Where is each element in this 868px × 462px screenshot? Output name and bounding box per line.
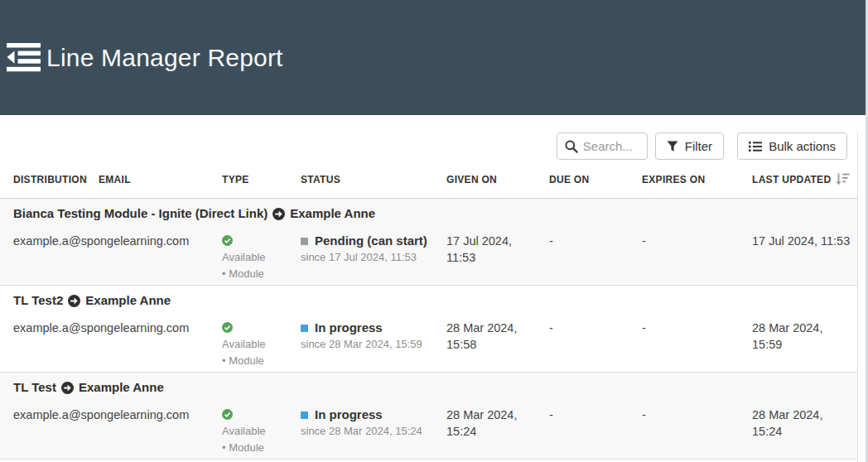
distribution-title-row[interactable]: TL Test Example Anne — [0, 373, 857, 401]
check-circle-icon — [222, 320, 294, 336]
email-cell: example.a@spongelearning.com — [0, 233, 222, 249]
report-content: Filter Bulk actions DISTRIBUTION EMAIL T… — [0, 132, 858, 462]
column-header-last-updated[interactable]: LAST UPDATED — [752, 174, 831, 185]
status-label: Pending (can start) — [315, 233, 427, 249]
availability-label: Available — [222, 249, 294, 266]
expires-on-cell: - — [642, 407, 752, 423]
filter-button[interactable]: Filter — [655, 132, 724, 160]
table-row: example.a@spongelearning.com Available •… — [0, 314, 857, 372]
assignee-name: Example Anne — [85, 293, 171, 307]
check-circle-icon — [222, 407, 294, 423]
expires-on-cell: - — [642, 233, 752, 249]
table-row: example.a@spongelearning.com Available •… — [0, 401, 857, 459]
assignee-name: Example Anne — [290, 206, 375, 220]
column-header-status[interactable]: STATUS — [301, 174, 446, 185]
status-since: since 17 Jul 2024, 11:53 — [301, 249, 440, 266]
given-on-cell: 28 Mar 2024, 15:58 — [446, 320, 549, 353]
report-group: TL Test2 Example Anne example.a@spongele… — [0, 286, 857, 373]
assignee-name: Example Anne — [79, 380, 164, 394]
last-updated-cell: 17 Jul 2024, 11:53 — [752, 233, 858, 249]
type-cell: Available • Module — [222, 233, 301, 282]
due-on-cell: - — [549, 233, 642, 249]
status-square-icon — [301, 325, 308, 332]
status-since: since 28 Mar 2024, 15:59 — [301, 336, 440, 353]
report-group: Bianca Testing Module - Ignite (Direct L… — [0, 199, 857, 286]
distribution-title-row[interactable]: TL Test2 Example Anne — [0, 286, 857, 314]
expires-on-cell: - — [642, 320, 752, 336]
column-header-due-on[interactable]: DUE ON — [549, 174, 642, 185]
bulk-actions-button[interactable]: Bulk actions — [737, 132, 847, 160]
status-since: since 28 Mar 2024, 15:24 — [301, 423, 440, 440]
content-kind-label: • Module — [222, 266, 294, 282]
status-label: In progress — [315, 320, 383, 336]
outdent-icon — [7, 43, 41, 72]
status-cell: Pending (can start) since 17 Jul 2024, 1… — [301, 233, 446, 266]
report-group: TL Test Example Anne example.a@spongelea… — [0, 373, 857, 460]
sort-amount-down-icon[interactable] — [836, 173, 850, 185]
availability-label: Available — [222, 336, 294, 353]
search-wrap — [557, 132, 648, 160]
filter-button-label: Filter — [685, 139, 712, 153]
status-square-icon — [301, 411, 308, 419]
due-on-cell: - — [549, 407, 642, 423]
last-updated-cell: 28 Mar 2024, 15:59 — [752, 320, 858, 353]
content-kind-label: • Module — [222, 353, 294, 369]
type-cell: Available • Module — [222, 407, 301, 456]
given-on-cell: 28 Mar 2024, 15:24 — [446, 407, 549, 440]
due-on-cell: - — [549, 320, 642, 336]
column-header-email[interactable]: EMAIL — [99, 174, 131, 185]
column-header-expires-on[interactable]: EXPIRES ON — [642, 174, 752, 185]
given-on-cell: 17 Jul 2024, 11:53 — [446, 233, 549, 266]
email-cell: example.a@spongelearning.com — [0, 407, 222, 423]
status-square-icon — [301, 238, 308, 245]
table-row: example.a@spongelearning.com Available •… — [0, 227, 857, 285]
arrow-circle-right-icon — [61, 382, 74, 394]
module-name: Bianca Testing Module - Ignite (Direct L… — [13, 206, 268, 220]
bulk-actions-button-label: Bulk actions — [769, 139, 836, 153]
status-cell: In progress since 28 Mar 2024, 15:24 — [301, 407, 446, 440]
availability-label: Available — [222, 423, 294, 440]
arrow-circle-right-icon — [272, 208, 285, 220]
table-header-row: DISTRIBUTION EMAIL TYPE STATUS GIVEN ON … — [0, 174, 857, 199]
column-header-type[interactable]: TYPE — [222, 174, 301, 185]
page-title: Line Manager Report — [46, 44, 283, 72]
search-icon — [565, 140, 578, 153]
filter-icon — [667, 141, 678, 152]
status-label: In progress — [315, 407, 383, 423]
arrow-circle-right-icon — [68, 295, 80, 307]
email-cell: example.a@spongelearning.com — [0, 320, 222, 336]
page-header: Line Manager Report — [0, 0, 868, 115]
content-kind-label: • Module — [222, 440, 294, 456]
module-name: TL Test — [13, 380, 56, 394]
column-header-given-on[interactable]: GIVEN ON — [446, 174, 549, 185]
list-icon — [749, 141, 762, 152]
distribution-title-row[interactable]: Bianca Testing Module - Ignite (Direct L… — [0, 199, 857, 227]
check-circle-icon — [222, 233, 294, 249]
module-name: TL Test2 — [13, 293, 63, 307]
status-cell: In progress since 28 Mar 2024, 15:59 — [301, 320, 446, 353]
type-cell: Available • Module — [222, 320, 301, 369]
column-header-distribution[interactable]: DISTRIBUTION — [13, 174, 87, 185]
toolbar: Filter Bulk actions — [0, 132, 857, 160]
last-updated-cell: 28 Mar 2024, 15:24 — [752, 407, 858, 440]
